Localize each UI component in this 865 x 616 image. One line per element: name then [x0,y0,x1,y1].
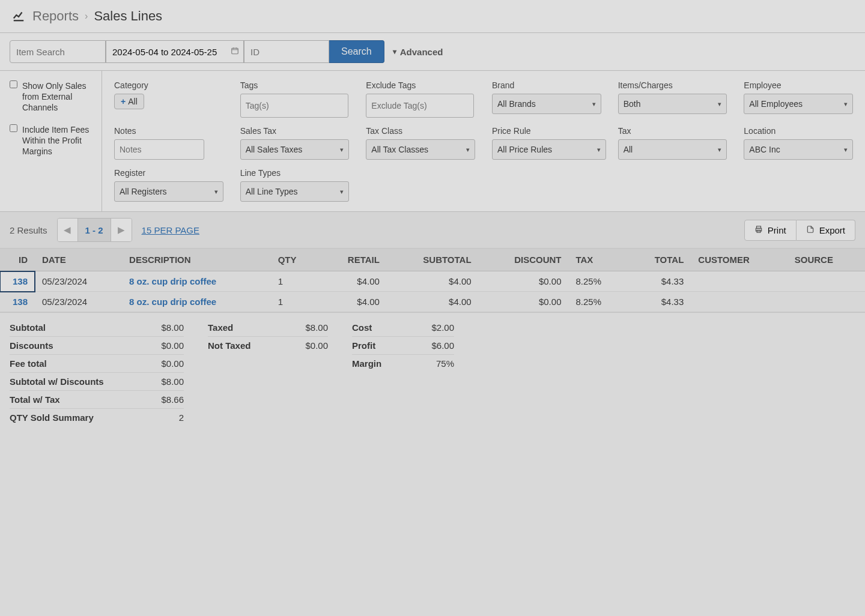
pager-prev-button[interactable]: ◀ [58,219,78,241]
chevron-down-icon: ▾ [844,146,848,154]
col-source[interactable]: SOURCE [788,249,865,271]
page-header: Reports › Sales Lines [0,0,865,33]
cell-source [788,271,865,292]
filter-brand-label: Brand [492,80,601,90]
summary-label: QTY Sold Summary [10,412,94,423]
tax-value: All [624,145,633,154]
summary-value: $0.00 [161,358,184,369]
summary-row: Subtotal$8.00 [10,319,184,337]
breadcrumb-reports[interactable]: Reports [32,8,79,24]
item-search-input[interactable] [10,40,106,63]
sales-tax-value: All Sales Taxes [246,145,303,154]
cell-qty: 1 [271,271,319,292]
tags-input[interactable] [240,94,348,118]
summary-value: $0.00 [161,340,184,351]
id-input[interactable] [244,40,329,63]
exclude-tags-input[interactable] [366,94,474,118]
line-types-select[interactable]: All Line Types▾ [240,181,350,202]
advanced-filters: Show Only Sales from External Channels I… [0,71,865,212]
summary-row: Not Taxed$0.00 [208,337,328,354]
filter-employee-label: Employee [744,80,853,90]
export-icon [806,225,815,235]
filter-items-charges: Items/Charges Both▾ [618,80,727,118]
filter-items-charges-label: Items/Charges [618,80,727,90]
checkbox-include-fees-input[interactable] [10,124,17,132]
location-value: ABC Inc [749,145,780,154]
filter-employee: Employee All Employees▾ [744,80,853,118]
per-page-link[interactable]: 15 PER PAGE [142,225,199,235]
date-range-input[interactable] [106,40,244,63]
pager-next-button[interactable]: ▶ [111,219,132,241]
table-header-row: ID DATE DESCRIPTION QTY RETAIL SUBTOTAL … [0,249,865,271]
brand-select[interactable]: All Brands▾ [492,94,601,114]
pager-range[interactable]: 1 - 2 [78,219,111,241]
checkbox-external-channels[interactable]: Show Only Sales from External Channels [10,80,92,113]
search-button[interactable]: Search [329,40,384,63]
summary-value: $8.00 [161,376,184,387]
description-link[interactable]: 8 oz. cup drip coffee [129,276,216,286]
advanced-toggle[interactable]: ▾ Advanced [393,47,443,57]
id-link[interactable]: 138 [13,276,28,286]
register-select[interactable]: All Registers▾ [114,181,223,202]
line-types-value: All Line Types [246,187,298,196]
cell-id: 138 [0,292,35,312]
sales-tax-select[interactable]: All Sales Taxes▾ [240,139,350,160]
table-row: 13805/23/20248 oz. cup drip coffee1$4.00… [0,292,865,312]
cell-subtotal: $4.00 [387,271,479,292]
cell-id: 138 [0,271,35,292]
summary-label: Subtotal w/ Discounts [10,376,104,387]
summary-value: $2.00 [431,322,454,333]
checkbox-include-fees-label: Include Item Fees Within the Profit Marg… [22,124,92,157]
checkbox-external-channels-input[interactable] [10,80,17,88]
col-tax[interactable]: TAX [568,249,627,271]
filter-line-types: Line Types All Line Types▾ [240,168,350,202]
col-date[interactable]: DATE [35,249,122,271]
chevron-down-icon: ▾ [466,146,470,154]
category-all-label: All [128,97,138,106]
col-retail[interactable]: RETAIL [319,249,387,271]
col-discount[interactable]: DISCOUNT [479,249,569,271]
print-label: Print [768,225,786,235]
col-qty[interactable]: QTY [271,249,319,271]
summary-value: 75% [436,358,454,369]
col-id[interactable]: ID [0,249,35,271]
results-count: 2 Results [10,225,47,235]
col-total[interactable]: TOTAL [627,249,691,271]
category-all-button[interactable]: + All [114,94,144,109]
employee-select[interactable]: All Employees▾ [744,94,853,114]
filter-exclude-tags-label: Exclude Tags [366,80,475,90]
notes-input[interactable] [114,139,204,160]
filter-category-label: Category [114,80,223,90]
col-description[interactable]: DESCRIPTION [122,249,271,271]
col-customer[interactable]: CUSTOMER [691,249,787,271]
col-subtotal[interactable]: SUBTOTAL [387,249,479,271]
summary-label: Fee total [10,358,47,369]
summary-row: Subtotal w/ Discounts$8.00 [10,373,184,391]
location-select[interactable]: ABC Inc▾ [744,139,853,160]
description-link[interactable]: 8 oz. cup drip coffee [129,297,216,307]
summary-value: $8.00 [161,322,184,333]
chevron-down-icon: ▾ [592,100,596,108]
tax-class-select[interactable]: All Tax Classes▾ [366,139,475,160]
summary-row: Fee total$0.00 [10,355,184,373]
export-button[interactable]: Export [797,220,855,241]
summary-col-2: Taxed$8.00Not Taxed$0.00 [208,319,328,426]
sales-lines-table: ID DATE DESCRIPTION QTY RETAIL SUBTOTAL … [0,249,865,312]
cell-description: 8 oz. cup drip coffee [122,271,271,292]
id-link[interactable]: 138 [13,297,28,307]
breadcrumb-current: Sales Lines [94,8,162,24]
tax-select[interactable]: All▾ [618,139,727,160]
advanced-label: Advanced [400,47,443,57]
cell-total: $4.33 [627,271,691,292]
filter-tax-class-label: Tax Class [366,126,475,136]
tax-class-value: All Tax Classes [371,145,428,154]
employee-value: All Employees [749,99,803,109]
price-rule-select[interactable]: All Price Rules▾ [492,139,606,160]
print-button[interactable]: Print [744,220,797,241]
chevron-down-icon: ▾ [393,47,396,56]
items-charges-select[interactable]: Both▾ [618,94,727,114]
filter-register-label: Register [114,168,223,178]
checkbox-include-fees[interactable]: Include Item Fees Within the Profit Marg… [10,124,92,157]
cell-discount: $0.00 [479,292,569,312]
summary-label: Cost [352,322,372,333]
